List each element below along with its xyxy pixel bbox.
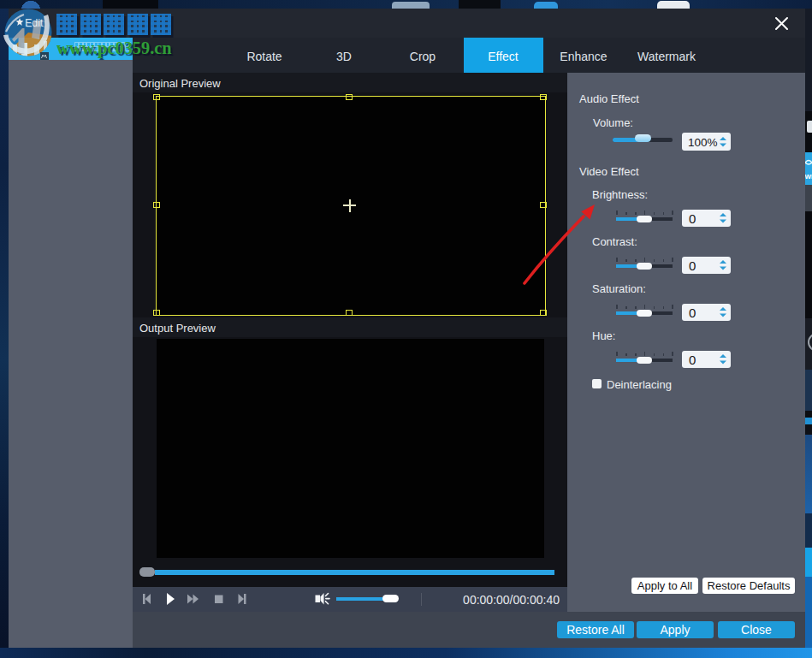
- svg-text:WI: WI: [805, 173, 812, 181]
